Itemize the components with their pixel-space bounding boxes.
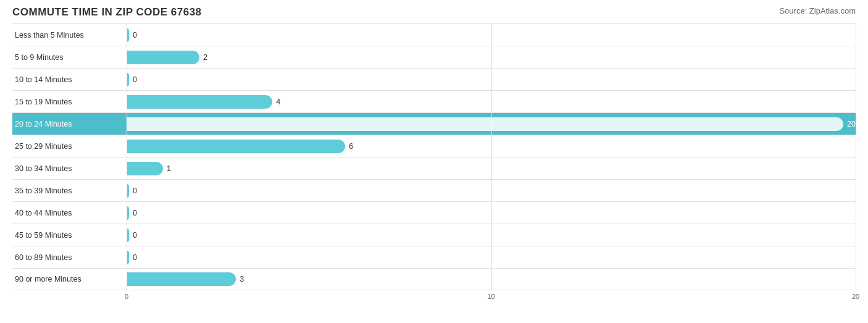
- grid-line: [856, 24, 856, 46]
- bar-label: 10 to 14 Minutes: [12, 75, 127, 84]
- bar-label: 35 to 39 Minutes: [12, 187, 127, 195]
- bar-row: 20 to 24 Minutes20: [12, 112, 856, 135]
- grid-line: [127, 246, 127, 268]
- bar-container: 2: [127, 46, 856, 68]
- bar-value: 3: [240, 275, 244, 283]
- grid-line: [127, 46, 127, 68]
- bar-value: 6: [349, 142, 353, 151]
- bar-value: 0: [133, 31, 137, 40]
- bar-label: 90 or more Minutes: [12, 275, 127, 283]
- grid-line: [127, 135, 127, 157]
- grid-line: [491, 69, 492, 90]
- grid-line: [127, 69, 127, 90]
- grid-line: [491, 224, 492, 246]
- grid-line: [856, 135, 856, 157]
- bar-row: 5 to 9 Minutes2: [12, 46, 856, 68]
- bar-label: 30 to 34 Minutes: [12, 164, 127, 173]
- grid-line: [491, 46, 492, 68]
- bar: [127, 140, 345, 153]
- bar-container: 6: [127, 135, 856, 157]
- bar-value: 1: [167, 164, 171, 173]
- bar-row: 60 to 89 Minutes0: [12, 246, 856, 268]
- grid-line: [856, 157, 856, 179]
- bar: [127, 95, 272, 109]
- bar-value: 0: [133, 231, 137, 240]
- bar-value: 0: [133, 75, 137, 84]
- bar-row: 15 to 19 Minutes4: [12, 90, 856, 112]
- source-label: Source: ZipAtlas.com: [779, 6, 856, 15]
- x-tick-label: 10: [487, 293, 495, 300]
- grid-line: [127, 24, 127, 46]
- grid-line: [127, 224, 127, 246]
- bar-container: 0: [127, 69, 856, 90]
- bar-container: 0: [127, 246, 856, 268]
- bar-container: 0: [127, 202, 856, 224]
- bar-value: 0: [133, 253, 137, 262]
- bar: [127, 117, 843, 131]
- grid-line: [856, 46, 856, 68]
- bar-container: 4: [127, 91, 856, 112]
- grid-line: [856, 91, 856, 112]
- chart-title: COMMUTE TIME IN ZIP CODE 67638: [12, 6, 202, 19]
- bar-container: 3: [127, 269, 856, 290]
- bar-row: 25 to 29 Minutes6: [12, 135, 856, 157]
- grid-line: [127, 202, 127, 224]
- grid-line: [856, 269, 856, 290]
- grid-line: [127, 157, 127, 179]
- chart-area: Less than 5 Minutes05 to 9 Minutes210 to…: [12, 23, 856, 290]
- bar-container: 0: [127, 224, 856, 246]
- x-tick-label: 0: [125, 293, 128, 300]
- bar-container: 20: [127, 113, 856, 135]
- bar-row: 40 to 44 Minutes0: [12, 201, 856, 224]
- grid-line: [491, 180, 492, 201]
- bar-label: 15 to 19 Minutes: [12, 98, 127, 106]
- bar-value: 0: [133, 187, 137, 195]
- page-wrapper: COMMUTE TIME IN ZIP CODE 67638 Source: Z…: [12, 6, 856, 303]
- grid-line: [491, 246, 492, 268]
- bar-container: 0: [127, 24, 856, 46]
- bar-label: 5 to 9 Minutes: [12, 53, 127, 62]
- grid-line: [127, 91, 127, 112]
- grid-line: [856, 69, 856, 90]
- grid-line: [856, 202, 856, 224]
- x-tick-label: 20: [852, 293, 859, 300]
- grid-line: [856, 113, 856, 135]
- bar-label: 45 to 59 Minutes: [12, 231, 127, 240]
- bar-container: 0: [127, 180, 856, 201]
- bar-row: 35 to 39 Minutes0: [12, 179, 856, 201]
- grid-line: [491, 157, 492, 179]
- bar: [127, 51, 199, 64]
- header: COMMUTE TIME IN ZIP CODE 67638 Source: Z…: [12, 6, 856, 19]
- bar-container: 1: [127, 157, 856, 179]
- bar: [127, 272, 236, 286]
- x-axis: 01020: [127, 290, 856, 303]
- bar-row: 10 to 14 Minutes0: [12, 68, 856, 90]
- grid-line: [491, 24, 492, 46]
- grid-line: [127, 269, 127, 290]
- grid-line: [856, 246, 856, 268]
- bar-label: 25 to 29 Minutes: [12, 142, 127, 151]
- grid-line: [491, 202, 492, 224]
- grid-line: [491, 91, 492, 112]
- bar-value: 0: [133, 209, 137, 217]
- bar-row: 30 to 34 Minutes1: [12, 157, 856, 179]
- bar-row: 45 to 59 Minutes0: [12, 224, 856, 246]
- grid-line: [491, 135, 492, 157]
- grid-line: [491, 269, 492, 290]
- bar-label: Less than 5 Minutes: [12, 31, 127, 40]
- bar-label: 20 to 24 Minutes: [12, 120, 127, 128]
- bar-value: 2: [203, 53, 207, 62]
- grid-line: [127, 180, 127, 201]
- bar: [127, 162, 163, 175]
- bar-label: 40 to 44 Minutes: [12, 209, 127, 217]
- bar-label: 60 to 89 Minutes: [12, 253, 127, 262]
- bar-value: 20: [847, 120, 856, 128]
- grid-line: [856, 180, 856, 201]
- bar-row: 90 or more Minutes3: [12, 268, 856, 290]
- grid-line: [856, 224, 856, 246]
- bar-row: Less than 5 Minutes0: [12, 23, 856, 46]
- bar-value: 4: [276, 98, 280, 106]
